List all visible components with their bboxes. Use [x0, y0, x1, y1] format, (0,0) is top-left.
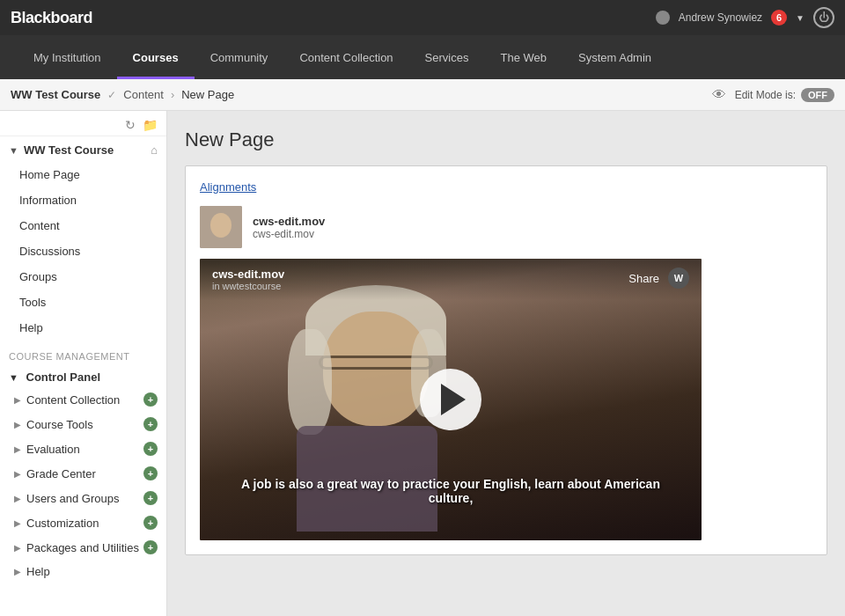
video-top-bar: cws-edit.mov in wwtestcourse Share W — [200, 259, 702, 300]
cp-arrow-users-groups: ▶ — [14, 494, 21, 503]
breadcrumb-separator: › — [171, 88, 174, 101]
content-card: Alignments cws-edit.mov cws-edit.mov — [185, 165, 827, 555]
sidebar-item-home-page[interactable]: Home Page — [0, 162, 166, 187]
preview-icon[interactable]: 👁 — [712, 87, 726, 103]
sidebar-course-header: ▼ WW Test Course ⌂ — [0, 136, 166, 162]
power-button[interactable]: ⏻ — [813, 7, 834, 28]
edit-mode-value[interactable]: OFF — [801, 88, 834, 102]
cp-arrow-packages-utilities: ▶ — [14, 543, 21, 553]
share-button[interactable]: Share — [628, 272, 659, 285]
video-caption: A job is also a great way to practice yo… — [200, 477, 702, 505]
cp-add-content-collection[interactable]: + — [143, 392, 158, 407]
sidebar-nav: Home Page Information Content Discussion… — [0, 162, 166, 341]
cp-add-customization[interactable]: + — [143, 516, 158, 530]
sidebar-item-information[interactable]: Information — [0, 187, 166, 213]
cp-add-grade-center[interactable]: + — [143, 466, 158, 480]
cp-add-packages-utilities[interactable]: + — [143, 540, 158, 554]
top-bar-right: Andrew Synowiez 6 ▼ ⏻ — [656, 7, 834, 28]
check-icon: ✓ — [107, 89, 116, 101]
nav-services[interactable]: Services — [409, 35, 485, 79]
alignments-link[interactable]: Alignments — [200, 180, 812, 194]
cp-item-content-collection[interactable]: ▶Content Collection + — [0, 387, 166, 412]
nav-system-admin[interactable]: System Admin — [562, 35, 667, 79]
breadcrumb-bar: WW Test Course ✓ Content › New Page 👁 Ed… — [0, 79, 845, 111]
notification-arrow[interactable]: ▼ — [796, 13, 805, 23]
control-panel-arrow[interactable]: ▼ — [9, 372, 18, 383]
video-hair-left — [288, 329, 332, 435]
cp-item-evaluation[interactable]: ▶Evaluation + — [0, 436, 166, 461]
video-title: cws-edit.mov — [212, 268, 284, 281]
user-name: Andrew Synowiez — [679, 11, 762, 24]
user-avatar-icon — [656, 11, 670, 25]
w-logo: W — [668, 268, 689, 289]
breadcrumb-right: 👁 Edit Mode is: OFF — [712, 87, 834, 103]
nav-my-institution[interactable]: My Institution — [18, 35, 117, 79]
cp-item-users-groups[interactable]: ▶Users and Groups + — [0, 486, 166, 510]
cp-arrow-customization: ▶ — [14, 518, 21, 528]
cp-item-course-tools[interactable]: ▶Course Tools + — [0, 412, 166, 436]
control-panel-label: ▼ Control Panel — [0, 365, 166, 387]
nav-content-collection[interactable]: Content Collection — [283, 35, 408, 79]
nav-courses[interactable]: Courses — [117, 35, 195, 79]
main-nav: My Institution Courses Community Content… — [0, 35, 845, 79]
sidebar: ↻ 📁 ▼ WW Test Course ⌂ Home Page Informa… — [0, 111, 167, 616]
breadcrumb-content[interactable]: Content — [123, 88, 164, 101]
file-row: cws-edit.mov cws-edit.mov — [200, 206, 812, 248]
cp-item-customization[interactable]: ▶Customization + — [0, 510, 166, 535]
sidebar-collapse-arrow[interactable]: ▼ — [9, 145, 18, 156]
cp-item-grade-center[interactable]: ▶Grade Center + — [0, 461, 166, 486]
video-title-info: cws-edit.mov in wwtestcourse — [212, 268, 284, 291]
sidebar-item-tools[interactable]: Tools — [0, 290, 166, 315]
refresh-icon[interactable]: ↻ — [125, 118, 136, 132]
sidebar-item-content[interactable]: Content — [0, 213, 166, 238]
video-player[interactable]: cws-edit.mov in wwtestcourse Share W A — [200, 259, 702, 540]
file-name: cws-edit.mov — [253, 215, 325, 228]
breadcrumb-current: New Page — [181, 88, 234, 101]
logo: Blackboard — [11, 9, 92, 27]
top-bar: Blackboard Andrew Synowiez 6 ▼ ⏻ — [0, 0, 845, 35]
cp-arrow-grade-center: ▶ — [14, 469, 21, 479]
file-thumb-image — [200, 206, 242, 248]
play-button[interactable] — [420, 369, 481, 430]
course-name: WW Test Course — [11, 88, 100, 101]
notification-badge[interactable]: 6 — [771, 10, 787, 26]
file-subtitle: cws-edit.mov — [253, 228, 325, 240]
cp-arrow-course-tools: ▶ — [14, 420, 21, 429]
sidebar-home-icon[interactable]: ⌂ — [151, 143, 158, 157]
cp-arrow-evaluation: ▶ — [14, 444, 21, 454]
file-info: cws-edit.mov cws-edit.mov — [253, 215, 325, 240]
video-top-right: Share W — [628, 268, 689, 289]
page-title: New Page — [185, 128, 827, 151]
play-triangle-icon — [441, 384, 466, 415]
content-area: New Page Alignments cws-edit.mov cws-edi… — [167, 111, 845, 616]
cp-item-help[interactable]: ▶Help — [0, 560, 166, 583]
file-thumbnail — [200, 206, 242, 248]
sidebar-course-title: WW Test Course — [24, 143, 114, 157]
video-subtitle: in wwtestcourse — [212, 281, 284, 291]
folder-icon[interactable]: 📁 — [143, 118, 158, 132]
cp-add-evaluation[interactable]: + — [143, 442, 158, 456]
edit-mode-label: Edit Mode is: — [735, 89, 796, 101]
edit-mode-toggle: Edit Mode is: OFF — [735, 88, 834, 102]
cp-item-packages-utilities[interactable]: ▶Packages and Utilities + — [0, 535, 166, 560]
sidebar-item-groups[interactable]: Groups — [0, 264, 166, 290]
course-management-label: Course Management — [0, 341, 166, 365]
nav-community[interactable]: Community — [195, 35, 284, 79]
sidebar-top-icons: ↻ 📁 — [0, 111, 166, 136]
video-background: cws-edit.mov in wwtestcourse Share W A — [200, 259, 702, 540]
cp-arrow-help: ▶ — [14, 567, 21, 576]
sidebar-item-discussions[interactable]: Discussions — [0, 238, 166, 264]
nav-the-web[interactable]: The Web — [484, 35, 562, 79]
sidebar-item-help[interactable]: Help — [0, 315, 166, 341]
cp-add-course-tools[interactable]: + — [143, 417, 158, 431]
cp-arrow-content-collection: ▶ — [14, 395, 21, 405]
cp-add-users-groups[interactable]: + — [143, 491, 158, 505]
main-layout: ↻ 📁 ▼ WW Test Course ⌂ Home Page Informa… — [0, 111, 845, 616]
